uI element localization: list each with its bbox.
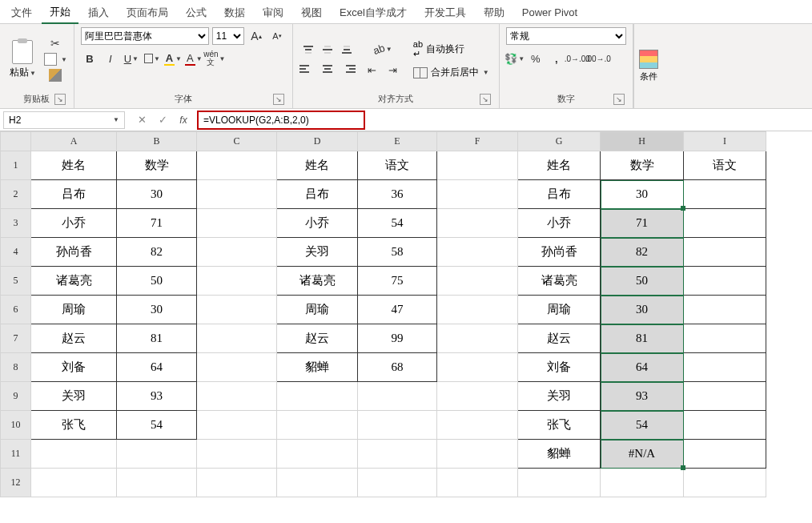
row-header-4[interactable]: 4 — [1, 238, 31, 267]
cell-A9[interactable]: 关羽 — [31, 382, 117, 411]
cell-D9[interactable] — [277, 382, 358, 411]
cell-H4[interactable]: 82 — [601, 238, 684, 267]
cell-B7[interactable]: 81 — [117, 324, 197, 353]
col-header-E[interactable]: E — [358, 132, 437, 151]
cell-D2[interactable]: 吕布 — [277, 180, 358, 209]
cell-H11[interactable]: #N/A — [601, 440, 684, 469]
cell-A7[interactable]: 赵云 — [31, 324, 117, 353]
col-header-C[interactable]: C — [197, 132, 277, 151]
cell-B4[interactable]: 82 — [117, 238, 197, 267]
row-header-2[interactable]: 2 — [1, 180, 31, 209]
cell-E8[interactable]: 68 — [358, 353, 437, 382]
cell-I5[interactable] — [684, 267, 766, 296]
cell-F3[interactable] — [437, 209, 518, 238]
cell-F12[interactable] — [437, 469, 518, 497]
row-header-6[interactable]: 6 — [1, 296, 31, 324]
tab-4[interactable]: 公式 — [178, 1, 215, 23]
cell-C1[interactable] — [197, 151, 277, 180]
cell-C5[interactable] — [197, 267, 277, 296]
cell-G12[interactable] — [518, 469, 601, 497]
cell-B2[interactable]: 30 — [117, 180, 197, 209]
conditional-format-button[interactable]: 条件 — [633, 24, 664, 108]
cell-H7[interactable]: 81 — [601, 324, 684, 353]
cell-A11[interactable] — [31, 440, 117, 469]
cell-G4[interactable]: 孙尚香 — [518, 238, 601, 267]
cell-C7[interactable] — [197, 324, 277, 353]
row-header-3[interactable]: 3 — [1, 209, 31, 238]
cell-G11[interactable]: 貂蝉 — [518, 440, 601, 469]
cell-B8[interactable]: 64 — [117, 353, 197, 382]
decrease-indent-button[interactable]: ⇤ — [364, 61, 381, 78]
cell-F8[interactable] — [437, 353, 518, 382]
increase-decimal-button[interactable]: .0→.00 — [569, 50, 586, 67]
comma-button[interactable]: , — [548, 50, 565, 67]
cell-I9[interactable] — [684, 382, 766, 411]
cell-C11[interactable] — [197, 440, 277, 469]
align-middle-button[interactable] — [319, 41, 336, 58]
cell-G5[interactable]: 诸葛亮 — [518, 267, 601, 296]
select-all-corner[interactable] — [1, 132, 31, 151]
cell-G1[interactable]: 姓名 — [518, 151, 601, 180]
cell-I7[interactable] — [684, 324, 766, 353]
cell-I11[interactable] — [684, 440, 766, 469]
cell-I8[interactable] — [684, 353, 766, 382]
cell-B1[interactable]: 数学 — [117, 151, 197, 180]
cell-D11[interactable] — [277, 440, 358, 469]
tab-0[interactable]: 文件 — [3, 1, 40, 23]
cell-A12[interactable] — [31, 469, 117, 497]
format-painter-button[interactable] — [49, 69, 62, 82]
row-header-10[interactable]: 10 — [1, 411, 31, 440]
font-size-select[interactable]: 11 — [212, 27, 244, 45]
col-header-D[interactable]: D — [277, 132, 358, 151]
cell-C9[interactable] — [197, 382, 277, 411]
number-dialog-launcher[interactable]: ↘ — [613, 94, 625, 105]
cell-A2[interactable]: 吕布 — [31, 180, 117, 209]
row-header-5[interactable]: 5 — [1, 267, 31, 296]
cell-E1[interactable]: 语文 — [358, 151, 437, 180]
tab-1[interactable]: 开始 — [42, 0, 78, 24]
cell-G10[interactable]: 张飞 — [518, 411, 601, 440]
row-header-11[interactable]: 11 — [1, 440, 31, 469]
col-header-F[interactable]: F — [437, 132, 518, 151]
tab-6[interactable]: 审阅 — [255, 1, 291, 23]
cell-C12[interactable] — [197, 469, 277, 497]
font-color-button[interactable]: A▼ — [185, 50, 203, 67]
align-center-button[interactable] — [319, 60, 336, 78]
cut-button[interactable]: ✂ — [50, 37, 60, 50]
col-header-I[interactable]: I — [684, 132, 766, 151]
cell-H3[interactable]: 71 — [601, 209, 684, 238]
tab-7[interactable]: 视图 — [293, 1, 330, 23]
cell-D10[interactable] — [277, 411, 358, 440]
cell-B6[interactable]: 30 — [117, 296, 197, 324]
row-header-9[interactable]: 9 — [1, 382, 31, 411]
cell-H10[interactable]: 54 — [601, 411, 684, 440]
cell-B3[interactable]: 71 — [117, 209, 197, 238]
col-header-B[interactable]: B — [117, 132, 197, 151]
cell-D5[interactable]: 诸葛亮 — [277, 267, 358, 296]
cell-E6[interactable]: 47 — [358, 296, 437, 324]
cell-I12[interactable] — [684, 469, 766, 497]
font-dialog-launcher[interactable]: ↘ — [273, 94, 284, 105]
row-header-8[interactable]: 8 — [1, 353, 31, 382]
cell-A1[interactable]: 姓名 — [31, 151, 117, 180]
cell-I1[interactable]: 语文 — [684, 151, 766, 180]
cell-A10[interactable]: 张飞 — [31, 411, 117, 440]
name-box[interactable]: H2 ▼ — [3, 111, 125, 129]
cell-I10[interactable] — [684, 411, 766, 440]
col-header-A[interactable]: A — [31, 132, 117, 151]
cell-C3[interactable] — [197, 209, 277, 238]
cell-E12[interactable] — [358, 469, 437, 497]
cell-E3[interactable]: 54 — [358, 209, 437, 238]
increase-font-button[interactable]: A▴ — [247, 27, 265, 45]
wrap-text-button[interactable]: ab↵自动换行 — [410, 38, 468, 61]
cell-F9[interactable] — [437, 382, 518, 411]
cell-D3[interactable]: 小乔 — [277, 209, 358, 238]
cell-G7[interactable]: 赵云 — [518, 324, 601, 353]
cell-B11[interactable] — [117, 440, 197, 469]
cell-E5[interactable]: 75 — [358, 267, 437, 296]
merge-center-button[interactable]: 合并后居中▼ — [410, 64, 492, 81]
cell-C2[interactable] — [197, 180, 277, 209]
cell-H1[interactable]: 数学 — [601, 151, 684, 180]
cell-E7[interactable]: 99 — [358, 324, 437, 353]
cell-G2[interactable]: 吕布 — [518, 180, 601, 209]
